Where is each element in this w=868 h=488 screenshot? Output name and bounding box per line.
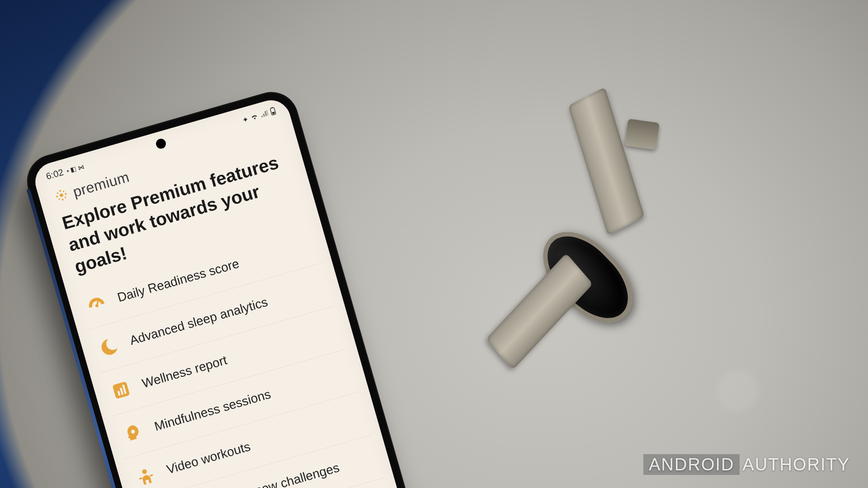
gauge-icon <box>84 291 109 317</box>
feature-label: Wellness report <box>141 353 229 391</box>
battery-icon <box>269 106 277 117</box>
svg-point-9 <box>62 190 64 192</box>
svg-point-20 <box>142 469 147 474</box>
svg-point-7 <box>65 192 67 195</box>
svg-point-8 <box>57 192 58 194</box>
svg-text:z: z <box>108 339 113 347</box>
svg-rect-21 <box>139 477 142 479</box>
moon-icon: z <box>96 334 122 360</box>
wifi-icon <box>250 112 259 122</box>
svg-point-11 <box>64 196 66 198</box>
watermark-brand-boxed: ANDROID <box>643 454 740 475</box>
feature-label: Video workouts <box>165 439 252 477</box>
svg-point-4 <box>59 190 61 192</box>
svg-point-5 <box>61 198 64 201</box>
svg-rect-22 <box>150 474 153 476</box>
workout-icon <box>133 463 159 488</box>
svg-rect-2 <box>272 111 274 114</box>
watermark-brand-rest: AUTHORITY <box>742 455 850 474</box>
head-icon <box>121 420 146 446</box>
svg-point-6 <box>56 195 58 197</box>
smartphone: 6:02 • ◧ ⋈ ✦ <box>21 85 450 488</box>
svg-point-3 <box>59 193 63 197</box>
report-icon <box>108 377 134 403</box>
fitness-tracker-prop <box>449 103 708 385</box>
watermark: ANDROIDAUTHORITY <box>643 455 850 474</box>
premium-logo-icon <box>53 187 70 205</box>
signal-icon <box>260 109 269 119</box>
vibrate-icon: ✦ <box>241 115 249 125</box>
phone-screen: 6:02 • ◧ ⋈ ✦ <box>31 96 439 488</box>
photo-scene: 6:02 • ◧ ⋈ ✦ <box>0 0 868 488</box>
svg-point-10 <box>58 198 60 200</box>
